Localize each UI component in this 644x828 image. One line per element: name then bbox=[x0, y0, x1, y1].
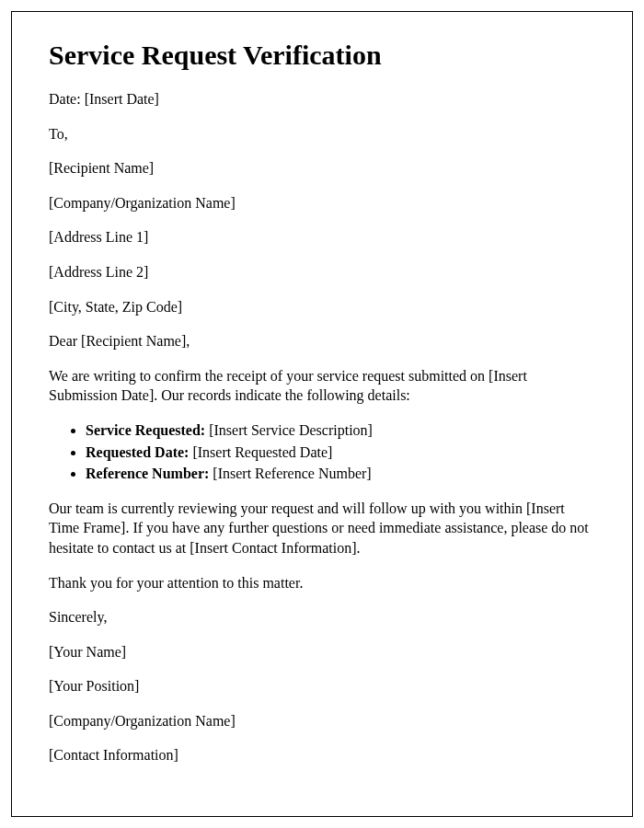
detail-reference: Reference Number: [Insert Reference Numb… bbox=[86, 464, 595, 484]
closing-line: Sincerely, bbox=[49, 607, 595, 627]
intro-paragraph: We are writing to confirm the receipt of… bbox=[49, 366, 595, 406]
address-line-1: [Address Line 1] bbox=[49, 227, 595, 247]
city-state-zip: [City, State, Zip Code] bbox=[49, 297, 595, 317]
detail-service: Service Requested: [Insert Service Descr… bbox=[86, 420, 595, 441]
to-line: To, bbox=[49, 124, 595, 144]
sender-contact: [Contact Information] bbox=[49, 745, 595, 765]
recipient-name: [Recipient Name] bbox=[49, 158, 595, 178]
detail-date-label: Requested Date: bbox=[86, 444, 189, 460]
sender-name: [Your Name] bbox=[49, 642, 595, 662]
detail-date-value: [Insert Requested Date] bbox=[189, 444, 332, 460]
document-page: Service Request Verification Date: [Inse… bbox=[11, 11, 633, 817]
document-title: Service Request Verification bbox=[49, 40, 595, 71]
sender-position: [Your Position] bbox=[49, 676, 595, 696]
sender-company: [Company/Organization Name] bbox=[49, 711, 595, 731]
address-line-2: [Address Line 2] bbox=[49, 262, 595, 282]
detail-reference-value: [Insert Reference Number] bbox=[209, 466, 371, 481]
detail-reference-label: Reference Number: bbox=[86, 466, 209, 481]
date-line: Date: [Insert Date] bbox=[49, 89, 595, 109]
detail-date: Requested Date: [Insert Requested Date] bbox=[86, 443, 595, 463]
details-list: Service Requested: [Insert Service Descr… bbox=[86, 420, 595, 484]
followup-paragraph: Our team is currently reviewing your req… bbox=[49, 499, 595, 558]
detail-service-label: Service Requested: bbox=[86, 422, 205, 438]
company-name: [Company/Organization Name] bbox=[49, 193, 595, 213]
detail-service-value: [Insert Service Description] bbox=[205, 422, 373, 438]
thanks-line: Thank you for your attention to this mat… bbox=[49, 573, 595, 593]
salutation: Dear [Recipient Name], bbox=[49, 331, 595, 351]
